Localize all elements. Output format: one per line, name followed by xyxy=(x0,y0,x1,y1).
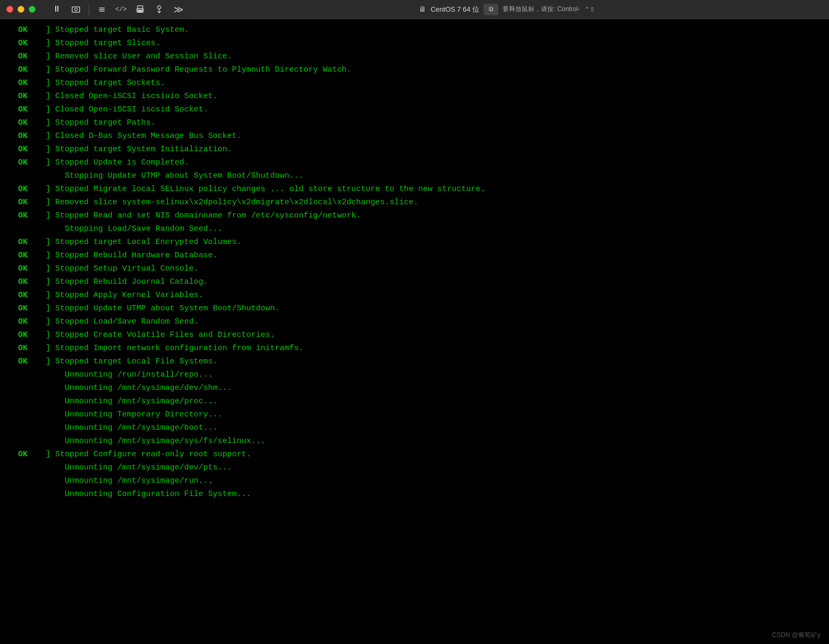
line-text: ] Removed slice User and Session Slice. xyxy=(36,50,232,63)
svg-rect-2 xyxy=(137,6,143,10)
line-text: Unmounting /mnt/sysimage/run... xyxy=(8,474,213,488)
line-text: ] Stopped Create Volatile Files and Dire… xyxy=(36,328,275,342)
line-text: ] Closed Open-iSCSI iscsiuio Socket. xyxy=(36,90,218,103)
ok-badge: OK xyxy=(8,182,36,196)
ok-badge: OK xyxy=(8,50,36,63)
line-text: ] Stopped target Local Encrypted Volumes… xyxy=(36,236,241,249)
line-text: ] Removed slice system-selinux\x2dpolicy… xyxy=(36,196,418,209)
terminal-line: OK ] Stopped Rebuild Journal Catalog. xyxy=(8,275,821,289)
ok-badge: OK xyxy=(8,328,36,342)
terminal-line: Unmounting /mnt/sysimage/proc... xyxy=(8,395,821,408)
terminal-line: Unmounting Configuration File System... xyxy=(8,488,821,501)
terminal-line: OK ] Stopped target Local Encrypted Volu… xyxy=(8,236,821,249)
line-text: ] Stopped Configure read-only root suppo… xyxy=(36,448,251,461)
svg-point-5 xyxy=(158,6,161,9)
line-text: Unmounting /mnt/sysimage/dev/shm... xyxy=(8,381,232,395)
ok-badge: OK xyxy=(8,156,36,169)
toolbar: ⏸ </> xyxy=(48,2,187,17)
titlebar: ⏸ </> xyxy=(0,0,829,19)
terminal-line: OK ] Closed Open-iSCSI iscsid Socket. xyxy=(8,103,821,116)
terminal-line: OK ] Closed D-Bus System Message Bus Soc… xyxy=(8,129,821,143)
line-text: ] Closed D-Bus System Message Bus Socket… xyxy=(36,129,241,143)
terminal-line: Unmounting /mnt/sysimage/sys/fs/selinux.… xyxy=(8,434,821,448)
screenshot-icon[interactable] xyxy=(67,2,84,17)
pause-icon[interactable]: ⏸ xyxy=(48,2,65,17)
ok-badge: OK xyxy=(8,355,36,368)
terminal-line: OK ] Removed slice system-selinux\x2dpol… xyxy=(8,196,821,209)
ok-badge: OK xyxy=(8,63,36,76)
terminal-line: OK ] Stopped target System Initializatio… xyxy=(8,143,821,156)
settings-icon[interactable] xyxy=(93,2,110,17)
terminal-line: Unmounting /mnt/sysimage/dev/shm... xyxy=(8,381,821,395)
window-title: CentOS 7 64 位 xyxy=(430,5,479,14)
maximize-button[interactable] xyxy=(29,6,36,13)
separator-1 xyxy=(89,4,89,15)
line-text: ] Stopped Import network configuration f… xyxy=(36,342,304,355)
line-text: ] Stopped target Basic System. xyxy=(36,23,189,37)
terminal-line: OK ] Stopped target Local File Systems. xyxy=(8,355,821,368)
ok-badge: OK xyxy=(8,448,36,461)
line-text: ] Stopped Rebuild Journal Catalog. xyxy=(36,275,208,289)
line-text: ] Stopped Load/Save Random Seed. xyxy=(36,315,198,328)
ok-badge: OK xyxy=(8,23,36,37)
line-text: ] Stopped Setup Virtual Console. xyxy=(36,262,198,275)
ok-badge: OK xyxy=(8,76,36,90)
terminal-line: OK ] Closed Open-iSCSI iscsiuio Socket. xyxy=(8,90,821,103)
terminal-line: OK ] Stopped Setup Virtual Console. xyxy=(8,262,821,275)
ok-badge: OK xyxy=(8,196,36,209)
terminal-line: OK ] Stopped Import network configuratio… xyxy=(8,342,821,355)
ok-badge: OK xyxy=(8,302,36,315)
svg-point-1 xyxy=(75,8,77,11)
line-text: ] Stopped Forward Password Requests to P… xyxy=(36,63,351,76)
ok-badge: OK xyxy=(8,315,36,328)
ok-badge: OK xyxy=(8,129,36,143)
ok-badge: OK xyxy=(8,236,36,249)
ok-badge: OK xyxy=(8,116,36,129)
line-text: ] Stopped target System Initialization. xyxy=(36,143,232,156)
terminal-line: Unmounting /run/install/repo... xyxy=(8,368,821,381)
terminal-line: OK ] Stopped Read and set NIS domainname… xyxy=(8,209,821,222)
terminal: OK ] Stopped target Basic System. OK ] S… xyxy=(0,19,829,644)
terminal-line: OK ] Stopped Update is Completed. xyxy=(8,156,821,169)
terminal-line: OK ] Stopped target Basic System. xyxy=(8,23,821,37)
ok-badge: OK xyxy=(8,90,36,103)
line-text: ] Stopped target Slices. xyxy=(36,37,160,50)
line-text: ] Stopped Migrate local SELinux policy c… xyxy=(36,182,485,196)
svg-rect-0 xyxy=(72,7,80,12)
terminal-line: Unmounting /mnt/sysimage/boot... xyxy=(8,421,821,434)
close-button[interactable] xyxy=(6,6,13,13)
minimize-button[interactable] xyxy=(18,6,24,13)
vm-icon: 🖥 xyxy=(419,5,426,14)
terminal-line: Unmounting /mnt/sysimage/run... xyxy=(8,474,821,488)
terminal-line: Stopping Update UTMP about System Boot/S… xyxy=(8,169,821,182)
ok-badge: OK xyxy=(8,275,36,289)
line-text: ] Stopped target Paths. xyxy=(36,116,156,129)
ok-badge: OK xyxy=(8,37,36,50)
line-text: ] Stopped Rebuild Hardware Database. xyxy=(36,249,218,262)
line-text: ] Stopped Apply Kernel Variables. xyxy=(36,289,203,302)
more-icon[interactable]: ≫ xyxy=(170,2,187,17)
ok-badge: OK xyxy=(8,289,36,302)
terminal-line: OK ] Stopped Configure read-only root su… xyxy=(8,448,821,461)
print-icon[interactable] xyxy=(132,2,149,17)
hotkey-hint: ⌃⇧ xyxy=(584,6,595,13)
terminal-line: OK ] Stopped Rebuild Hardware Database. xyxy=(8,249,821,262)
terminal-line: OK ] Removed slice User and Session Slic… xyxy=(8,50,821,63)
line-text: ] Stopped Update is Completed. xyxy=(36,156,189,169)
terminal-line: OK ] Stopped target Slices. xyxy=(8,37,821,50)
usb-icon[interactable] xyxy=(151,2,168,17)
ok-badge: OK xyxy=(8,249,36,262)
ok-badge: OK xyxy=(8,143,36,156)
line-text: Unmounting /mnt/sysimage/boot... xyxy=(8,421,218,434)
line-text: Stopping Load/Save Random Seed... xyxy=(8,222,222,236)
line-text: Stopping Update UTMP about System Boot/S… xyxy=(8,169,304,182)
ok-badge: OK xyxy=(8,103,36,116)
code-icon[interactable]: </> xyxy=(113,2,129,17)
terminal-line: OK ] Stopped Forward Password Requests t… xyxy=(8,63,821,76)
line-text: ] Stopped target Local File Systems. xyxy=(36,355,218,368)
copy-button[interactable]: ⧉ xyxy=(483,4,498,15)
line-text: ] Closed Open-iSCSI iscsid Socket. xyxy=(36,103,208,116)
line-text: ] Stopped Update UTMP about System Boot/… xyxy=(36,302,280,315)
terminal-line: OK ] Stopped Update UTMP about System Bo… xyxy=(8,302,821,315)
terminal-line: OK ] Stopped Migrate local SELinux polic… xyxy=(8,182,821,196)
